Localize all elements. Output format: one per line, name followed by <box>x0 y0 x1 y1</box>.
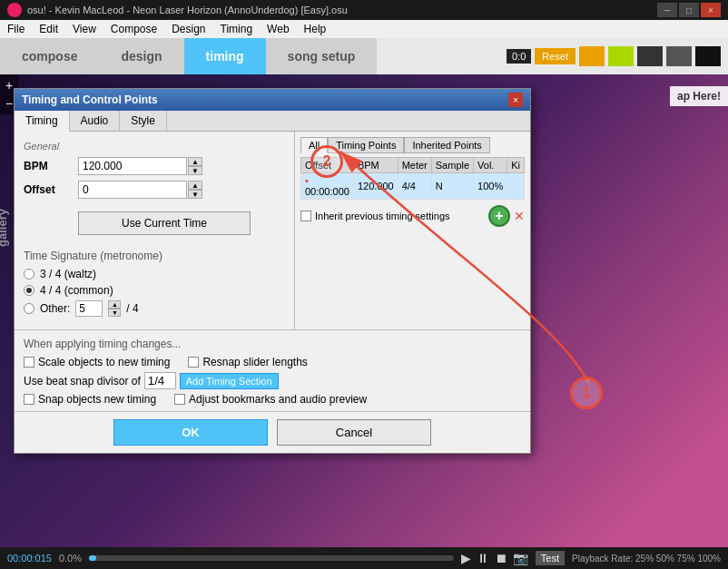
dialog-body: General BPM ▲ ▼ Offset ▲ ▼ <box>15 132 530 329</box>
tab-design[interactable]: design <box>99 38 183 74</box>
bpm-input[interactable] <box>78 157 187 175</box>
play-button[interactable]: ▶ <box>461 551 471 565</box>
test-button[interactable]: Test <box>536 551 565 565</box>
inherit-label: Inherit previous timing settings <box>315 211 450 221</box>
menu-compose[interactable]: Compose <box>103 20 164 38</box>
scale-objects-label: Scale objects to new timing <box>38 356 170 368</box>
menu-file[interactable]: File <box>0 20 32 38</box>
color-block-3[interactable] <box>637 46 663 66</box>
adjust-bookmarks-label: Adjust bookmarks and audio preview <box>189 393 367 406</box>
bpm-up-button[interactable]: ▲ <box>188 157 202 166</box>
col-vol: Vol. <box>474 158 507 173</box>
radio-3-4-label: 3 / 4 (waltz) <box>40 268 96 280</box>
right-tab-inherited-points[interactable]: Inherited Points <box>404 137 489 153</box>
offset-input[interactable] <box>78 181 187 199</box>
tab-timing-dialog[interactable]: Timing <box>15 111 70 132</box>
radio-4-4-label: 4 / 4 (common) <box>40 284 113 297</box>
reset-button[interactable]: Reset <box>535 48 576 64</box>
add-timing-section-button[interactable]: Add Timing Section <box>180 373 279 389</box>
dialog-left-panel: General BPM ▲ ▼ Offset ▲ ▼ <box>15 132 295 329</box>
beat-snap-input[interactable] <box>144 372 176 389</box>
snap-objects-item: Snap objects new timing <box>24 393 156 406</box>
minimize-button[interactable]: ─ <box>657 3 677 17</box>
color-block-2[interactable] <box>608 46 634 66</box>
tab-style-dialog[interactable]: Style <box>120 111 167 131</box>
row-offset: • 00:00:000 <box>300 173 353 200</box>
video-button[interactable]: 📷 <box>513 551 528 565</box>
menu-design[interactable]: Design <box>164 20 212 38</box>
col-bpm: BPM <box>353 158 398 173</box>
bpm-down-button[interactable]: ▼ <box>188 166 202 175</box>
toolbar: compose design timing song setup 0:0 Res… <box>0 38 728 74</box>
radio-3-4[interactable] <box>24 269 34 280</box>
right-tab-timing-points[interactable]: Timing Points <box>328 137 404 153</box>
applying-section: When applying timing changes... Scale ob… <box>15 329 530 411</box>
dialog-close-button[interactable]: × <box>508 93 523 107</box>
radio-other-row: Other: ▲ ▼ / 4 <box>24 300 285 317</box>
window-controls: ─ □ × <box>657 3 721 17</box>
offset-down-button[interactable]: ▼ <box>188 190 202 199</box>
progress-bar[interactable] <box>89 555 454 561</box>
resnap-sliders-checkbox[interactable] <box>188 357 199 368</box>
color-block-4[interactable] <box>666 46 692 66</box>
other-down-button[interactable]: ▼ <box>108 309 121 317</box>
beat-snap-label: Use beat snap divisor of <box>24 375 141 388</box>
color-block-1[interactable] <box>579 46 605 66</box>
tab-compose[interactable]: compose <box>0 38 99 74</box>
timing-table: Offset BPM Meter Sample Vol. Ki • 0 <box>300 157 525 200</box>
radio-4-4[interactable] <box>24 285 34 296</box>
add-timing-point-button[interactable]: + <box>488 205 510 227</box>
time-sig-section: Time Signature (metronome) 3 / 4 (waltz)… <box>24 250 285 317</box>
bpm-label: BPM <box>24 160 78 172</box>
snap-objects-checkbox[interactable] <box>24 394 34 405</box>
other-value-input[interactable] <box>75 300 103 317</box>
checkboxes-row-2: Snap objects new timing Adjust bookmarks… <box>24 393 521 406</box>
tab-timing[interactable]: timing <box>184 38 266 74</box>
menu-web[interactable]: Web <box>260 20 296 38</box>
ok-button[interactable]: OK <box>113 419 268 446</box>
inherit-checkbox[interactable] <box>300 211 311 221</box>
close-window-button[interactable]: × <box>701 3 721 17</box>
remove-timing-point-button[interactable]: ✕ <box>514 209 525 223</box>
pause-button[interactable]: ⏸ <box>477 551 489 565</box>
beat-snap-group: Use beat snap divisor of Add Timing Sect… <box>24 372 279 389</box>
color-block-5[interactable] <box>695 46 721 66</box>
other-up-button[interactable]: ▲ <box>108 300 121 309</box>
radio-other[interactable] <box>24 303 34 314</box>
menu-help[interactable]: Help <box>297 20 334 38</box>
maximize-button[interactable]: □ <box>679 3 699 17</box>
window-title: osu! - Kevin MacLeod - Neon Laser Horizo… <box>27 5 657 15</box>
radio-3-4-row: 3 / 4 (waltz) <box>24 268 285 280</box>
title-bar: osu! - Kevin MacLeod - Neon Laser Horizo… <box>0 0 728 20</box>
tab-audio-dialog[interactable]: Audio <box>70 111 121 131</box>
toolbar-right: 0:0 Reset <box>507 46 728 66</box>
row-vol: 100% <box>474 173 507 200</box>
col-sample: Sample <box>431 158 473 173</box>
cancel-button[interactable]: Cancel <box>277 419 431 446</box>
time-display: 0:0 <box>507 49 531 64</box>
offset-label: Offset <box>24 183 78 196</box>
offset-up-button[interactable]: ▲ <box>188 181 202 190</box>
adjust-bookmarks-checkbox[interactable] <box>174 394 185 405</box>
dialog-tabs: Timing Audio Style <box>15 111 530 132</box>
dialog-right-panel: All Timing Points Inherited Points Offse… <box>295 132 530 329</box>
menu-view[interactable]: View <box>65 20 103 38</box>
row-sample: N <box>431 173 473 200</box>
right-tabs: All Timing Points Inherited Points <box>300 137 525 153</box>
menu-edit[interactable]: Edit <box>32 20 65 38</box>
row-bpm: 120.000 <box>353 173 398 200</box>
radio-4-4-row: 4 / 4 (common) <box>24 284 285 297</box>
menu-timing[interactable]: Timing <box>213 20 261 38</box>
stop-button[interactable]: ⏹ <box>495 551 507 565</box>
resnap-sliders-label: Resnap slider lengths <box>202 356 307 368</box>
table-row[interactable]: • 00:00:000 120.000 4/4 N 100% <box>300 173 524 200</box>
col-offset: Offset <box>300 158 353 173</box>
resnap-sliders-item: Resnap slider lengths <box>188 356 307 368</box>
dialog-title-bar: Timing and Control Points × <box>15 89 530 111</box>
right-tab-all[interactable]: All <box>300 137 328 153</box>
radio-other-label: Other: <box>40 302 70 315</box>
tab-song-setup[interactable]: song setup <box>266 38 378 74</box>
scale-objects-checkbox[interactable] <box>24 357 34 368</box>
use-current-time-button[interactable]: Use Current Time <box>78 211 251 235</box>
checkboxes-row: Scale objects to new timing Resnap slide… <box>24 356 521 389</box>
